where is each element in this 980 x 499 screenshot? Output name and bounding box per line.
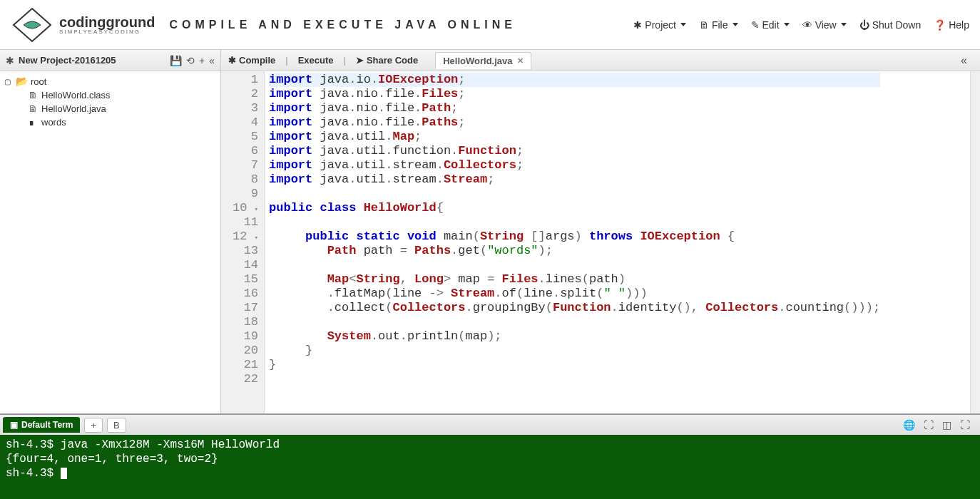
line-gutter: 12345678910 ▾1112 ▾13141516171819202122	[221, 71, 265, 413]
share-button[interactable]: ➤Share Code	[356, 55, 418, 66]
terminal-tab-default[interactable]: ▣Default Term	[3, 417, 80, 433]
refresh-icon[interactable]: ⟲	[186, 55, 195, 66]
logo-subtitle: SIMPLYEASYCODING	[59, 29, 155, 35]
expand-icon[interactable]: ⛶	[924, 419, 934, 431]
caret-icon	[733, 23, 738, 26]
file-icon: 🗎	[29, 103, 39, 114]
tree-root[interactable]: ▢ 📂 root	[0, 74, 220, 88]
caret-icon	[841, 23, 847, 26]
file-icon: 🗎	[29, 90, 39, 101]
caret-icon	[680, 23, 686, 26]
compile-button[interactable]: ✱Compile	[228, 55, 275, 66]
editor-tab[interactable]: HelloWorld.java✕	[435, 52, 531, 69]
gears-icon: ✱	[228, 55, 236, 66]
share-icon: ➤	[356, 55, 364, 66]
logo[interactable]: codingground SIMPLYEASYCODING	[11, 7, 155, 43]
header-menu: ✱Project 🗎File ✎Edit 👁View ⏻Shut Down ❓H…	[633, 19, 969, 31]
sidebar-header: ✱ New Project-20161205 💾 ⟲ + «	[0, 50, 221, 71]
menu-view[interactable]: 👁View	[802, 19, 847, 31]
tree-file[interactable]: 🗎HelloWorld.class	[0, 88, 220, 102]
terminal-output[interactable]: sh-4.3$ java -Xmx128M -Xms16M HelloWorld…	[0, 435, 980, 499]
separator: |	[285, 55, 287, 66]
execute-button[interactable]: Execute	[298, 55, 334, 66]
vertical-scrollbar[interactable]	[970, 71, 980, 413]
save-icon[interactable]: 💾	[170, 55, 182, 66]
tree-file[interactable]: ∎words	[0, 115, 220, 129]
file-tree: ▢ 📂 root 🗎HelloWorld.class 🗎HelloWorld.j…	[0, 71, 221, 413]
project-name: New Project-20161205	[19, 55, 165, 66]
collapse-right-icon[interactable]: «	[961, 54, 967, 67]
gear-icon: ✱	[633, 19, 642, 31]
terminal-panel: ▣Default Term + B 🌐 ⛶ ◫ ⛶ sh-4.3$ java -…	[0, 413, 980, 499]
tree-file[interactable]: 🗎HelloWorld.java	[0, 102, 220, 115]
folder-icon: 📂	[16, 76, 28, 87]
menu-shutdown[interactable]: ⏻Shut Down	[859, 19, 921, 31]
terminal-b-button[interactable]: B	[107, 418, 126, 433]
globe-icon[interactable]: 🌐	[903, 419, 915, 431]
file-icon: 🗎	[699, 19, 709, 31]
terminal-tabs: ▣Default Term + B 🌐 ⛶ ◫ ⛶	[0, 415, 980, 435]
edit-icon: ✎	[751, 19, 760, 31]
toolbar: ✱ New Project-20161205 💾 ⟲ + « ✱Compile …	[0, 50, 980, 71]
power-icon: ⏻	[859, 19, 869, 31]
app-header: codingground SIMPLYEASYCODING COMPILE AN…	[0, 0, 980, 50]
menu-edit[interactable]: ✎Edit	[751, 19, 790, 31]
window-icon[interactable]: ◫	[942, 419, 951, 431]
file-icon: ∎	[29, 117, 39, 128]
separator: |	[344, 55, 346, 66]
menu-help[interactable]: ❓Help	[934, 19, 969, 31]
eye-icon: 👁	[802, 19, 812, 31]
logo-icon	[11, 7, 53, 43]
menu-file[interactable]: 🗎File	[699, 19, 738, 31]
logo-title: codingground	[59, 15, 155, 29]
help-icon: ❓	[934, 19, 946, 31]
editor-toolbar: ✱Compile | Execute | ➤Share Code HelloWo…	[221, 50, 980, 71]
collapse-toggle-icon[interactable]: ▢	[4, 78, 13, 86]
collapse-left-icon[interactable]: «	[209, 55, 215, 66]
menu-project[interactable]: ✱Project	[633, 19, 686, 31]
code-editor[interactable]: 12345678910 ▾1112 ▾13141516171819202122 …	[221, 71, 980, 413]
close-icon[interactable]: ✕	[517, 56, 524, 66]
terminal-icon: ▣	[10, 420, 18, 430]
caret-icon	[784, 23, 790, 26]
terminal-add-button[interactable]: +	[84, 418, 103, 433]
code-area[interactable]: import java.io.IOException;import java.n…	[265, 71, 884, 413]
page-title: COMPILE AND EXECUTE JAVA ONLINE	[169, 19, 516, 31]
main-area: ▢ 📂 root 🗎HelloWorld.class 🗎HelloWorld.j…	[0, 71, 980, 413]
fullscreen-icon[interactable]: ⛶	[960, 419, 970, 431]
add-icon[interactable]: +	[199, 55, 205, 66]
gear-icon: ✱	[6, 55, 14, 66]
